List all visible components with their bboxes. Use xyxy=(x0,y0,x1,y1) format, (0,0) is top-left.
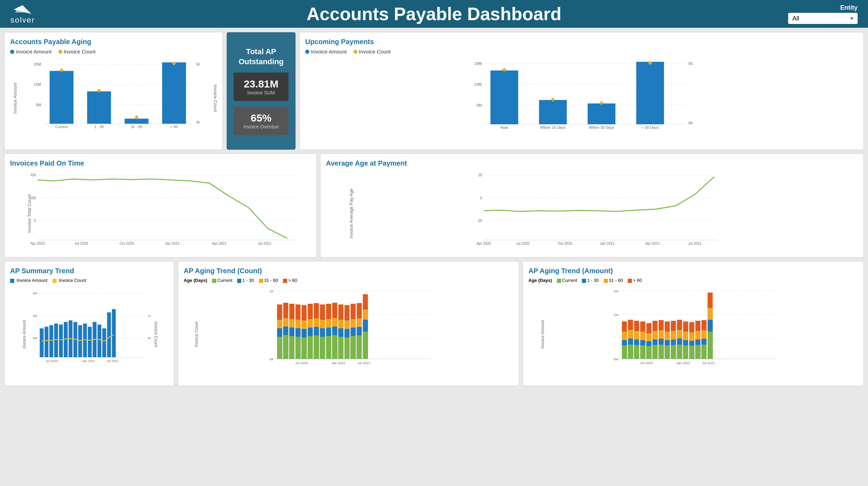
1-30-amt-sq xyxy=(582,279,586,283)
svg-rect-205 xyxy=(665,345,670,359)
svg-rect-123 xyxy=(302,337,307,359)
legend-gt60-amt: > 60 xyxy=(628,278,642,283)
svg-text:800: 800 xyxy=(148,336,151,340)
ap-aging-count-title: AP Aging Trend (Count) xyxy=(184,267,513,275)
entity-filter: Entity All xyxy=(788,4,858,24)
svg-rect-111 xyxy=(283,335,289,359)
total-ap-amount-label: Invoice SUM xyxy=(237,90,285,95)
svg-rect-139 xyxy=(326,336,331,359)
svg-text:20: 20 xyxy=(478,173,482,177)
svg-text:Current: Current xyxy=(55,125,68,129)
svg-text:0M: 0M xyxy=(33,336,37,340)
ap-aging-amount-title: AP Aging Trend (Amount) xyxy=(528,267,858,275)
svg-rect-201 xyxy=(659,345,664,359)
ap-summary-svg: 4M 2M 0M 800 1000 xyxy=(29,287,151,372)
svg-text:4M: 4M xyxy=(33,292,37,295)
svg-text:Oct 2020: Oct 2020 xyxy=(119,242,134,245)
svg-rect-229 xyxy=(701,345,707,359)
row-1: Accounts Payable Aging Invoice Amount In… xyxy=(4,32,864,150)
svg-text:Jan 2021: Jan 2021 xyxy=(82,359,95,363)
svg-rect-131 xyxy=(314,335,319,359)
ap-summary-chart: Invoice Amount Invoice Count 4M 2M 0M 80… xyxy=(10,286,168,383)
svg-rect-93 xyxy=(107,312,111,357)
upcoming-amount-label: Invoice Amount xyxy=(311,49,347,55)
svg-rect-82 xyxy=(54,324,58,357)
svg-text:Jan 2021: Jan 2021 xyxy=(331,361,345,365)
svg-rect-88 xyxy=(83,324,87,357)
svg-text:Now: Now xyxy=(500,125,508,129)
current-amt-sq xyxy=(557,279,561,283)
svg-text:Within 30 Days: Within 30 Days xyxy=(589,125,615,129)
svg-rect-81 xyxy=(49,325,53,357)
svg-text:Jul 2021: Jul 2021 xyxy=(258,242,272,245)
ap-aging-amount-chart: Invoice Amount 4M 2M 0M xyxy=(528,286,858,383)
ap-aging-title: Accounts Payable Aging xyxy=(10,38,217,46)
paid-on-time-chart: Invoice Total Count 400 200 0 Apr 2020 J… xyxy=(10,170,311,257)
dashboard-body: Accounts Payable Aging Invoice Amount In… xyxy=(0,28,868,486)
svg-text:Jul 2020: Jul 2020 xyxy=(516,242,529,245)
svg-rect-181 xyxy=(628,345,633,359)
entity-wrapper[interactable]: All xyxy=(788,13,858,24)
svg-rect-33 xyxy=(539,100,567,124)
legend-amount-label: Invoice Amount xyxy=(16,49,52,55)
svg-text:0M: 0M xyxy=(36,103,41,107)
svg-rect-91 xyxy=(98,325,101,357)
upcoming-amount-dot xyxy=(305,50,309,54)
svg-rect-83 xyxy=(59,325,63,357)
svg-text:Jan 2021: Jan 2021 xyxy=(676,361,690,365)
svg-text:31 - 60: 31 - 60 xyxy=(131,125,143,129)
upcoming-count-label: Invoice Count xyxy=(359,49,391,55)
legend-count-label: Invoice Count xyxy=(64,49,96,55)
svg-rect-80 xyxy=(44,327,48,357)
legend-1-30-amt: 1 - 30 xyxy=(582,278,599,283)
ap-aging-amount-svg: 4M 2M 0M xyxy=(546,287,851,372)
svg-rect-225 xyxy=(695,345,701,359)
svg-rect-189 xyxy=(640,345,645,359)
upcoming-chart-area: 20M 10M 0M 5K 0K xyxy=(305,57,858,140)
svg-text:0K: 0K xyxy=(196,120,200,124)
avg-age-title: Average Age at Payment xyxy=(326,159,858,167)
total-ap-amount-value: 23.81M xyxy=(237,78,285,90)
svg-text:0M: 0M xyxy=(614,357,619,361)
gt60-amt-sq xyxy=(628,279,632,283)
ap-summary-legend-count: Invoice Count xyxy=(52,278,86,283)
total-ap-title: Total AP Outstanding xyxy=(234,47,289,67)
svg-text:Within 15 Days: Within 15 Days xyxy=(540,125,566,129)
svg-text:2M: 2M xyxy=(33,314,37,318)
svg-text:0: 0 xyxy=(34,219,36,223)
svg-text:-20: -20 xyxy=(477,219,482,223)
gt60-sq xyxy=(283,279,287,283)
svg-text:Apr 2020: Apr 2020 xyxy=(31,242,45,245)
entity-select[interactable]: All xyxy=(788,13,858,24)
svg-text:Oct 2020: Oct 2020 xyxy=(558,242,572,245)
total-ap-panel: Total AP Outstanding 23.81M Invoice SUM … xyxy=(226,32,296,150)
svg-text:0K: 0K xyxy=(269,357,274,361)
avg-age-chart: Invoice Average Pay Age 20 0 -20 Apr 202… xyxy=(326,170,858,257)
svg-rect-213 xyxy=(677,345,682,359)
svg-text:Apr 2020: Apr 2020 xyxy=(477,242,491,245)
amount-ylabel: Invoice Amount xyxy=(540,320,545,349)
svg-text:1000: 1000 xyxy=(148,314,151,318)
upcoming-legend: Invoice Amount Invoice Count xyxy=(305,49,858,55)
paid-on-time-ylabel: Invoice Total Count xyxy=(27,194,32,233)
row-3: AP Summary Trend Invoice Amount Invoice … xyxy=(4,261,864,386)
svg-rect-197 xyxy=(652,345,658,359)
svg-rect-13 xyxy=(125,119,149,124)
svg-text:Jul 2021: Jul 2021 xyxy=(702,361,715,365)
ap-aging-panel: Accounts Payable Aging Invoice Amount In… xyxy=(4,32,223,150)
svg-rect-135 xyxy=(320,337,325,359)
ap-summary-legend: Invoice Amount Invoice Count xyxy=(10,278,168,283)
1-30-sq xyxy=(237,279,241,283)
upcoming-payments-title: Upcoming Payments xyxy=(305,38,858,46)
logo: solver xyxy=(10,3,35,25)
legend-invoice-amount: Invoice Amount xyxy=(10,49,52,55)
avg-age-ylabel: Invoice Average Pay Age xyxy=(349,188,354,238)
age-days-label-2: Age (Days) xyxy=(528,278,552,283)
ap-aging-chart-area: Invoice Amount Invoice Count 20M 10M 0M … xyxy=(10,57,217,140)
svg-rect-119 xyxy=(295,337,301,359)
svg-rect-35 xyxy=(636,62,664,124)
ap-aging-count-panel: AP Aging Trend (Count) Age (Days) Curren… xyxy=(178,261,519,386)
legend-gt60-count: > 60 xyxy=(283,278,297,283)
legend-current-count: Current xyxy=(212,278,232,283)
legend-31-60-amt: 31 - 60 xyxy=(604,278,623,283)
